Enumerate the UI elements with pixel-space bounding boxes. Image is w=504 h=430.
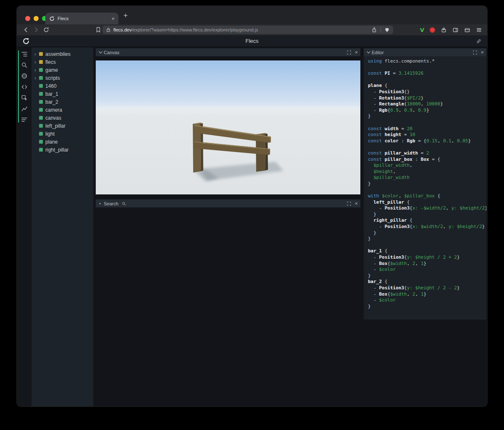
tree-item-game[interactable]: ›game [32,66,93,74]
tree-item-label: left_pillar [45,123,66,129]
entity-square-icon [39,68,43,72]
tree-item-label: light [45,131,55,137]
tree-item-camera[interactable]: camera [32,106,93,114]
outline-icon[interactable] [21,51,28,58]
search-icon[interactable] [21,62,28,68]
forward-icon[interactable] [33,26,39,33]
code-line: using flecs.components.* [368,58,486,65]
sidebar-toggle-icon[interactable] [452,27,459,33]
close-icon[interactable]: × [354,201,358,206]
code-line: - Position3{x: -$width/2, y: $height/2} [368,205,486,212]
address-bar[interactable]: flecs.dev/explorer/?wasm=https://www.fle… [102,26,393,34]
code-line: $pillar_width, [368,163,486,169]
code-line: - Position3{x: $width/2, y: $height/2} [368,224,486,230]
url-text: flecs.dev/explorer/?wasm=https://www.fle… [113,27,371,32]
code-line: const PI = 3.1415926 [368,71,486,77]
divider [381,27,381,32]
bookmark-icon[interactable] [95,26,102,33]
tree-item-assemblies[interactable]: ›assemblies [32,50,93,58]
stats-icon[interactable] [21,116,28,123]
tree-item-label: right_pillar [45,147,68,153]
tree-item-light[interactable]: light [32,130,93,138]
tree-item-label: canvas [45,115,61,121]
code-line: - Position3{} [368,89,486,95]
tree-item-label: flecs [45,59,56,65]
tree-item-bar_1[interactable]: bar_1 [32,90,93,98]
tree-item-label: game [45,67,58,73]
canvas-3d-view[interactable] [96,60,360,194]
entity-tree-panel: ›assemblies›flecs›game›scripts1460bar_1b… [32,47,93,406]
tree-item-1460[interactable]: 1460 [32,82,93,90]
expand-caret-icon[interactable]: › [34,76,39,81]
tree-item-label: bar_2 [45,99,58,105]
reload-icon[interactable] [43,26,50,33]
new-tab-button[interactable]: + [123,11,128,20]
red-extension-icon[interactable] [430,27,435,33]
code-line: - Rectangle{10000, 10000} [368,101,486,108]
expand-icon[interactable] [472,50,478,55]
expand-caret-icon[interactable]: › [34,52,39,57]
entity-square-icon [39,140,43,144]
entity-square-icon [39,92,43,96]
traffic-lights [25,16,47,21]
expand-caret-icon[interactable]: › [34,68,39,73]
chevron-right-icon[interactable] [98,202,103,205]
search-panel-title: Search [104,201,118,206]
close-icon[interactable]: × [354,50,358,55]
menu-icon[interactable] [476,27,482,33]
tree-item-right_pillar[interactable]: right_pillar [32,146,93,154]
code-line: } [368,212,486,218]
tree-item-canvas[interactable]: canvas [32,114,93,122]
close-icon[interactable]: × [480,50,484,55]
code-line: const width = 20 [368,126,486,132]
code-editor[interactable]: using flecs.components.*const PI = 3.141… [364,56,486,320]
tab-title: Flecs [58,16,111,21]
code-line: } [368,273,486,279]
code-lines: using flecs.components.*const PI = 3.141… [368,58,486,309]
code-line: - $color [368,267,486,273]
chart-icon[interactable] [21,105,28,112]
tree-item-flecs[interactable]: ›flecs [32,58,93,66]
url-path: /explorer/?wasm=https://www.flecs.dev/ex… [131,27,258,32]
share-link-icon[interactable] [476,38,482,44]
tree-item-left_pillar[interactable]: left_pillar [32,122,93,130]
code-line: - Position3{y: $height / 2 + 2} [368,254,486,261]
tree-item-label: scripts [45,75,60,81]
entity-square-icon [39,116,43,120]
tree-item-plane[interactable]: plane [32,138,93,146]
chevron-down-icon[interactable] [366,51,371,54]
close-window-button[interactable] [25,16,30,21]
tree-item-bar_2[interactable]: bar_2 [32,98,93,106]
expand-caret-icon[interactable]: › [34,60,39,65]
left-icon-strip [17,47,32,406]
inspect-icon[interactable] [21,94,28,101]
tree-item-label: plane [45,139,58,145]
tab-strip: Flecs × + [17,6,487,24]
wallet-icon[interactable] [464,27,470,33]
browser-tab[interactable]: Flecs × [45,13,118,24]
lock-icon [106,27,111,32]
tab-close-icon[interactable]: × [111,16,115,21]
back-icon[interactable] [23,26,29,33]
tree-item-label: camera [45,107,62,113]
v-extension-icon[interactable]: V [420,27,424,33]
extension-cluster: V [420,24,482,35]
canvas-panel-header: Canvas × [96,48,360,56]
tree-item-scripts[interactable]: ›scripts [32,74,93,82]
code-line: - Position3{y: $height / 2 - 2} [368,285,486,291]
extensions-puzzle-icon[interactable] [441,27,447,33]
chevron-down-icon[interactable] [98,51,103,54]
code-line: plane { [368,83,486,89]
entity-square-icon [39,132,43,136]
entity-square-icon [39,100,43,104]
expand-icon[interactable] [346,201,352,206]
share-icon[interactable] [371,27,377,33]
code-line: } [368,113,486,120]
expand-icon[interactable] [346,50,352,55]
code-line: } [368,236,486,242]
code-line: const height = 10 [368,132,486,138]
minimize-window-button[interactable] [34,16,39,21]
code-icon[interactable] [21,84,28,90]
brave-shield-icon[interactable] [384,27,390,33]
entities-icon[interactable] [21,73,28,79]
